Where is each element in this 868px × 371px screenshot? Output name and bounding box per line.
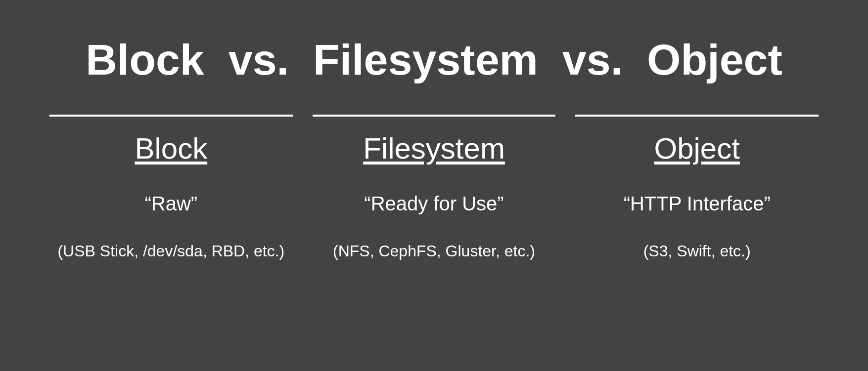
column-block: Block “Raw” (USB Stick, /dev/sda, RBD, e… <box>49 105 293 260</box>
slide: Block vs. Filesystem vs. Object Block “R… <box>0 0 868 371</box>
divider <box>313 115 556 117</box>
column-tagline: “Raw” <box>145 193 198 215</box>
slide-title: Block vs. Filesystem vs. Object <box>86 35 782 85</box>
column-tagline: “HTTP Interface” <box>624 193 771 215</box>
column-tagline: “Ready for Use” <box>364 193 503 215</box>
divider <box>575 115 819 117</box>
column-examples: (USB Stick, /dev/sda, RBD, etc.) <box>57 242 284 260</box>
column-filesystem: Filesystem “Ready for Use” (NFS, CephFS,… <box>313 105 556 260</box>
column-heading: Filesystem <box>363 131 505 165</box>
column-heading: Object <box>654 131 739 165</box>
columns-container: Block “Raw” (USB Stick, /dev/sda, RBD, e… <box>49 105 819 260</box>
divider <box>49 115 293 117</box>
column-examples: (NFS, CephFS, Gluster, etc.) <box>333 242 535 260</box>
column-object: Object “HTTP Interface” (S3, Swift, etc.… <box>575 105 819 260</box>
column-examples: (S3, Swift, etc.) <box>643 242 751 260</box>
column-heading: Block <box>135 131 207 165</box>
